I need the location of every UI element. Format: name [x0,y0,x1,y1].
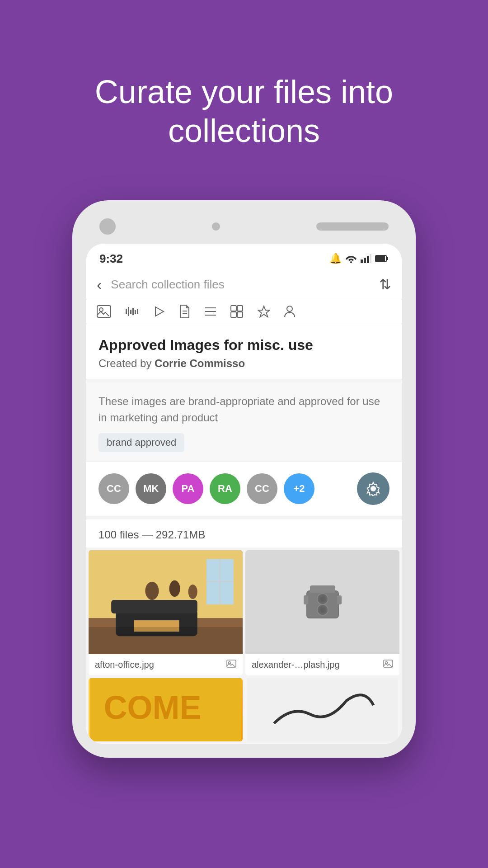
files-count-text: 100 files — 292.71MB [99,528,205,541]
svg-text:COME: COME [104,689,202,726]
files-info: 100 files — 292.71MB [86,519,402,547]
tab-people[interactable] [284,305,296,318]
phone-speaker [316,222,389,231]
svg-rect-22 [231,306,236,311]
collection-header: Approved Images for misc. use Created by… [86,324,402,382]
svg-rect-11 [128,307,129,316]
tab-collections[interactable] [230,305,244,318]
svg-rect-7 [387,257,388,260]
notification-icon: 🔔 [329,253,342,264]
image-grid: afton-office.jpg [86,547,402,744]
members-row: CC MK PA RA CC +2 [86,462,402,519]
hero-section: Curate your files into collections [0,0,488,200]
wifi-icon [345,254,357,263]
battery-icon [375,255,389,263]
avatar-mk[interactable]: MK [136,473,166,504]
svg-point-27 [287,306,292,311]
image-label-row-office: afton-office.jpg [89,654,243,675]
svg-rect-2 [364,258,366,263]
sort-button[interactable]: ⇅ [379,276,391,293]
svg-rect-34 [134,620,179,632]
image-card-camera[interactable]: alexander-…plash.jpg [245,550,399,675]
avatar-cc-2[interactable]: CC [247,473,277,504]
svg-rect-15 [137,309,138,314]
avatar-ra[interactable]: RA [210,473,240,504]
partial-thumb-2 [245,678,399,741]
svg-marker-16 [155,307,164,316]
svg-rect-24 [231,312,236,317]
tab-docs[interactable] [179,305,191,318]
phone-mockup: 9:32 🔔 [72,200,416,758]
status-icons: 🔔 [329,253,389,264]
svg-point-35 [145,582,159,600]
phone-camera [99,218,116,235]
tab-images[interactable] [97,305,111,318]
partial-thumb-1: COME [89,678,243,741]
image-card-office[interactable]: afton-office.jpg [89,550,243,675]
collection-creator: Created by Corrie Commisso [99,357,389,370]
settings-button[interactable] [357,472,389,505]
brand-approved-tag[interactable]: brand approved [99,433,184,452]
svg-rect-33 [111,600,197,613]
description-section: These images are brand-appropriate and a… [86,382,402,462]
svg-rect-4 [370,254,371,263]
creator-name: Corrie Commisso [155,357,245,369]
avatar-more[interactable]: +2 [284,473,314,504]
tab-starred[interactable] [258,305,270,318]
hero-title: Curate your files into collections [36,36,452,178]
svg-rect-12 [130,310,131,314]
image-type-icon-camera [383,660,393,670]
svg-rect-51 [304,595,308,604]
image-card-partial-2[interactable] [245,678,399,741]
svg-point-49 [320,608,325,612]
description-text: These images are brand-appropriate and a… [99,393,389,426]
status-bar: 9:32 🔔 [86,244,402,270]
collection-title: Approved Images for misc. use [99,337,389,354]
svg-rect-10 [126,309,127,314]
svg-rect-6 [376,256,385,261]
svg-rect-23 [237,306,243,311]
image-label-row-camera: alexander-…plash.jpg [245,654,399,675]
svg-point-0 [350,261,352,263]
phone-dot [212,222,220,231]
image-type-icon-office [226,660,236,670]
signal-icon [361,254,371,263]
content-area: Approved Images for misc. use Created by… [86,324,402,744]
tab-list[interactable] [204,306,217,317]
avatar-pa[interactable]: PA [173,473,203,504]
back-button[interactable]: ‹ [97,276,102,293]
avatar-cc-1[interactable]: CC [99,473,129,504]
svg-rect-3 [367,256,369,263]
office-thumbnail [89,550,243,654]
svg-point-46 [320,597,325,601]
status-time: 9:32 [99,252,123,266]
svg-point-28 [371,487,375,491]
svg-rect-50 [310,585,335,593]
svg-rect-1 [361,259,363,263]
avatars-list: CC MK PA RA CC +2 [99,473,314,504]
svg-marker-26 [258,306,270,317]
phone-screen: 9:32 🔔 [86,244,402,744]
search-input[interactable]: Search collection files [111,278,370,292]
search-bar: ‹ Search collection files ⇅ [86,270,402,299]
svg-rect-25 [237,312,243,317]
tab-video[interactable] [153,305,165,318]
svg-rect-57 [247,678,398,741]
svg-rect-14 [135,310,136,314]
creator-prefix: Created by [99,357,155,369]
image-label-office: afton-office.jpg [95,660,154,670]
tab-audio[interactable] [125,305,139,318]
svg-point-36 [169,580,180,597]
phone-top-bar [86,214,402,244]
svg-rect-52 [337,595,342,604]
camera-thumbnail [245,550,399,654]
image-card-partial-1[interactable]: COME [89,678,243,741]
image-label-camera: alexander-…plash.jpg [252,660,340,670]
svg-point-37 [188,585,197,599]
svg-point-9 [99,308,103,311]
filter-tabs [86,299,402,324]
svg-rect-13 [132,308,134,315]
